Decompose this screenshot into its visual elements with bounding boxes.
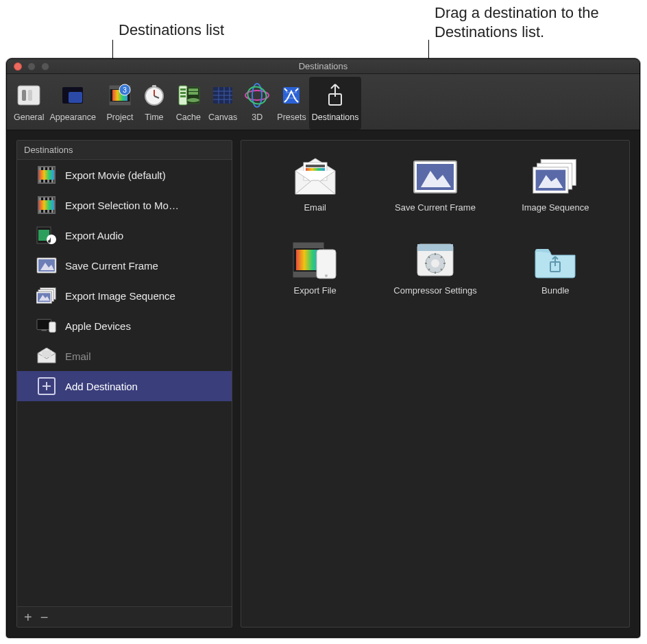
list-item-label: Email xyxy=(65,350,91,362)
tab-label: General xyxy=(14,112,44,122)
cache-icon xyxy=(174,81,203,110)
time-icon xyxy=(140,81,169,110)
list-item-apple-devices[interactable]: Apple Devices xyxy=(17,311,232,341)
film-icon xyxy=(36,165,57,184)
svg-rect-67 xyxy=(293,243,324,248)
export-file-icon xyxy=(291,240,340,280)
svg-point-22 xyxy=(187,98,199,102)
palette-item-label: Email xyxy=(304,202,326,213)
svg-rect-47 xyxy=(42,330,47,331)
list-item-label: Export Image Sequence xyxy=(65,290,175,302)
svg-rect-48 xyxy=(49,322,56,332)
list-item-label: Export Movie (default) xyxy=(65,169,166,181)
presets-icon xyxy=(277,81,306,110)
palette-item-compressor[interactable]: Compressor Settings xyxy=(375,240,495,296)
svg-rect-18 xyxy=(180,95,186,97)
palette-item-label: Compressor Settings xyxy=(393,285,476,296)
tab-label: Cache xyxy=(176,112,201,122)
minimize-button[interactable] xyxy=(27,62,36,71)
mail-icon xyxy=(291,157,340,197)
palette-item-email[interactable]: Email xyxy=(255,157,375,213)
content-area: Destinations Export Movie (default) Expo… xyxy=(7,130,639,637)
destinations-list: Destinations Export Movie (default) Expo… xyxy=(16,140,232,628)
devices-icon xyxy=(36,316,57,335)
preferences-window: Destinations General Appearance 3 xyxy=(6,58,640,638)
callout-destinations-list: Destinations list xyxy=(119,21,297,40)
tab-label: Destinations xyxy=(312,112,359,122)
destinations-list-header: Destinations xyxy=(17,141,232,160)
tab-canvas[interactable]: Canvas xyxy=(206,77,240,130)
list-item-label: Export Audio xyxy=(65,230,123,241)
toolbar-group-1: General Appearance xyxy=(11,77,99,130)
project-icon: 3 xyxy=(106,81,134,110)
palette-item-export-file[interactable]: Export File xyxy=(255,240,375,296)
general-icon xyxy=(14,81,43,110)
svg-rect-1 xyxy=(22,90,26,101)
destinations-grid: Email Save Current Frame Image Sequence xyxy=(255,157,615,296)
tab-time[interactable]: Time xyxy=(137,77,171,130)
tab-destinations[interactable]: Destinations xyxy=(309,77,362,130)
svg-text:3: 3 xyxy=(123,86,127,94)
list-item-export-movie[interactable]: Export Movie (default) xyxy=(17,160,232,190)
film-audio-icon xyxy=(36,226,57,245)
frame-icon xyxy=(411,157,460,197)
svg-rect-2 xyxy=(28,90,32,101)
list-item-label: Export Selection to Mo… xyxy=(65,200,179,211)
palette-item-image-sequence[interactable]: Image Sequence xyxy=(496,157,615,213)
list-item-export-selection[interactable]: Export Selection to Mo… xyxy=(17,190,232,220)
svg-rect-20 xyxy=(188,88,198,91)
list-item-save-frame[interactable]: Save Current Frame xyxy=(17,250,232,281)
svg-point-32 xyxy=(245,84,269,108)
palette-item-label: Export File xyxy=(294,285,337,296)
3d-icon xyxy=(243,81,271,110)
svg-rect-70 xyxy=(317,250,336,278)
svg-point-37 xyxy=(47,235,56,244)
tab-label: Project xyxy=(106,112,133,122)
tab-general[interactable]: General xyxy=(11,77,47,130)
svg-point-71 xyxy=(325,274,328,277)
film-icon xyxy=(36,195,57,215)
tab-appearance[interactable]: Appearance xyxy=(47,77,98,130)
remove-destination-button[interactable]: − xyxy=(40,610,49,624)
svg-rect-17 xyxy=(180,92,186,94)
list-item-label: Apple Devices xyxy=(65,320,131,332)
list-item-label: Save Current Frame xyxy=(65,260,158,272)
palette-item-label: Bundle xyxy=(541,285,569,296)
tab-presets[interactable]: Presets xyxy=(274,77,308,130)
appearance-icon xyxy=(58,81,87,110)
traffic-lights xyxy=(7,62,49,71)
close-button[interactable] xyxy=(14,62,22,71)
add-destination-button[interactable]: + xyxy=(24,610,32,624)
svg-rect-16 xyxy=(180,88,186,91)
svg-point-75 xyxy=(431,259,439,267)
destinations-list-items: Export Movie (default) Export Selection … xyxy=(17,160,232,606)
svg-rect-12 xyxy=(152,85,156,88)
list-item-email[interactable]: Email xyxy=(17,341,232,371)
tab-cache[interactable]: Cache xyxy=(171,77,206,130)
zoom-button[interactable] xyxy=(41,62,49,71)
add-icon xyxy=(36,377,57,396)
palette-item-save-frame[interactable]: Save Current Frame xyxy=(375,157,495,213)
list-item-add-destination[interactable]: Add Destination xyxy=(17,371,232,401)
compressor-icon xyxy=(411,240,460,280)
list-item-image-sequence[interactable]: Export Image Sequence xyxy=(17,281,232,311)
titlebar[interactable]: Destinations xyxy=(7,59,639,74)
destinations-list-footer: + − xyxy=(17,606,232,627)
destinations-palette: Email Save Current Frame Image Sequence xyxy=(241,140,630,628)
tab-label: Presets xyxy=(277,112,306,122)
sequence-icon xyxy=(36,286,57,305)
palette-item-label: Image Sequence xyxy=(522,202,589,213)
palette-item-bundle[interactable]: Bundle xyxy=(496,240,615,296)
toolbar-group-2: 3 Project Time Cache Canvas xyxy=(103,77,362,130)
svg-rect-21 xyxy=(188,92,198,95)
list-item-export-audio[interactable]: Export Audio xyxy=(17,220,232,250)
tab-label: Appearance xyxy=(49,112,95,122)
palette-item-label: Save Current Frame xyxy=(395,202,476,213)
preferences-toolbar: General Appearance 3 Project Time xyxy=(7,74,639,130)
sequence-icon xyxy=(530,157,580,197)
frame-icon xyxy=(36,256,57,275)
tab-3d[interactable]: 3D xyxy=(240,77,274,130)
tab-project[interactable]: 3 Project xyxy=(103,77,137,130)
tab-label: Time xyxy=(145,112,163,122)
tab-label: Canvas xyxy=(208,112,237,122)
